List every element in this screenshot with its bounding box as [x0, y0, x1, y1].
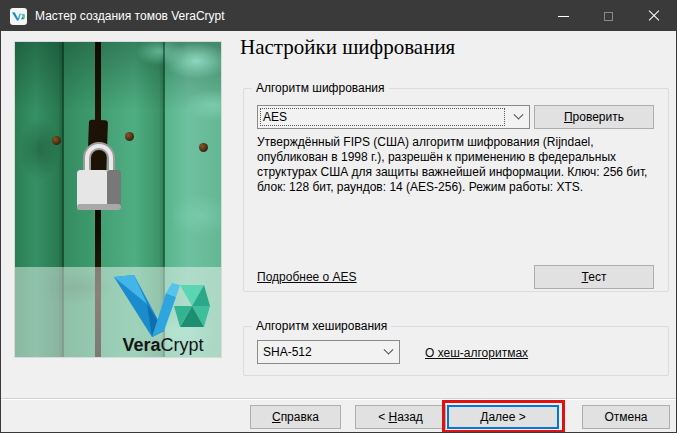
page-title: Настройки шифрования: [240, 35, 455, 60]
benchmark-button-label: ест: [588, 270, 606, 284]
veracrypt-app-icon: [10, 8, 27, 25]
veracrypt-logo: [114, 275, 210, 337]
bolt-icon: [125, 132, 134, 141]
vc-logo-icon: [12, 10, 25, 23]
logo-band: VeraCrypt: [15, 267, 221, 357]
close-icon: [648, 10, 660, 22]
padlock-icon: [73, 142, 125, 212]
encryption-algorithm-select[interactable]: AES: [257, 105, 530, 129]
wordmark-bold: Vera: [122, 335, 160, 355]
back-button-prefix: <: [378, 410, 388, 424]
next-button[interactable]: Далее >: [447, 405, 559, 429]
verify-button-mnemonic: П: [564, 110, 573, 124]
footer-separator: [1, 398, 676, 400]
hash-algorithm-value: SHA-512: [258, 345, 377, 359]
hashing-group-label: Алгоритм хеширования: [252, 319, 391, 333]
bolt-icon: [52, 136, 61, 145]
encryption-algorithm-value: AES: [258, 110, 507, 124]
minimize-icon: [558, 16, 569, 17]
veracrypt-wordmark: VeraCrypt: [113, 335, 213, 356]
title-bar: Мастер создания томов VeraCrypt: [1, 1, 676, 31]
more-about-aes-link[interactable]: Подробнее о AES: [257, 270, 357, 284]
bolt-icon: [199, 143, 208, 152]
hash-algorithm-select[interactable]: SHA-512: [257, 340, 400, 364]
padlock-photo-panel: VeraCrypt: [14, 41, 222, 358]
algorithm-description: Утверждённый FIPS (США) алгоритм шифрова…: [257, 135, 665, 195]
benchmark-button[interactable]: Тест: [534, 265, 654, 289]
chevron-down-icon: [507, 114, 529, 121]
encryption-group: Алгоритм шифрования AES Проверить Утверж…: [243, 88, 669, 292]
back-button-label: азад: [397, 410, 423, 424]
next-button-label: алее >: [488, 410, 525, 424]
dialog-client-area: VeraCrypt Настройки шифрования Алгоритм …: [1, 31, 676, 432]
encryption-group-label: Алгоритм шифрования: [252, 81, 389, 95]
wordmark-regular: Crypt: [161, 335, 204, 355]
maximize-button[interactable]: [586, 1, 631, 31]
maximize-icon: [604, 12, 613, 21]
close-button[interactable]: [631, 1, 676, 31]
hash-info-link[interactable]: О хеш-алгоритмах: [425, 346, 528, 360]
verify-button[interactable]: Проверить: [534, 105, 654, 129]
wizard-window: Мастер создания томов VeraCrypt: [0, 0, 677, 433]
verify-button-label: роверить: [573, 110, 624, 124]
chevron-down-icon: [377, 349, 399, 356]
window-title: Мастер создания томов VeraCrypt: [35, 9, 541, 23]
help-button-label: правка: [281, 410, 319, 424]
minimize-button[interactable]: [541, 1, 586, 31]
help-button-mnemonic: С: [272, 410, 281, 424]
back-button-mnemonic: Н: [388, 410, 397, 424]
hashing-group: Алгоритм хеширования SHA-512 О хеш-алгор…: [243, 326, 669, 376]
help-button[interactable]: Справка: [250, 405, 341, 429]
cancel-button[interactable]: Отмена: [582, 405, 670, 429]
back-button[interactable]: < Назад: [355, 405, 446, 429]
